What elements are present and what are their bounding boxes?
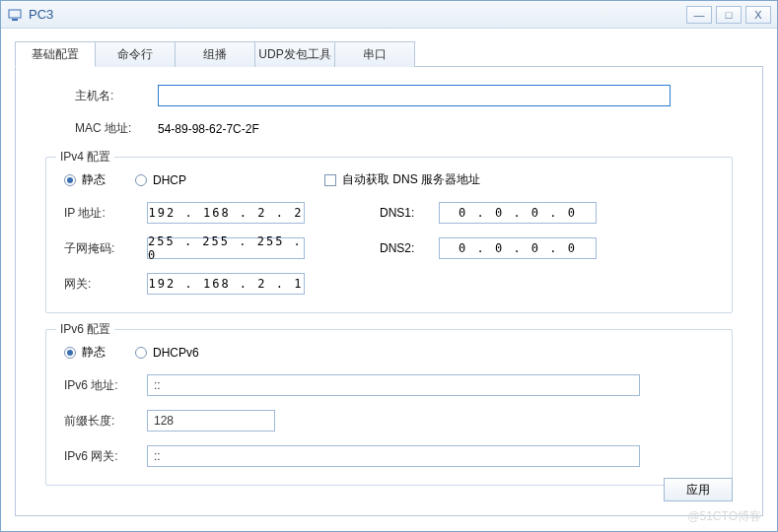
subnet-mask-input[interactable]: 255 . 255 . 255 . 0 xyxy=(147,237,305,259)
ipv4-dhcp-radio[interactable]: DHCP xyxy=(135,173,186,187)
gateway-label: 网关: xyxy=(64,276,147,293)
window-buttons: — □ X xyxy=(686,6,771,24)
ipv6-gateway-label: IPv6 网关: xyxy=(64,448,147,465)
tab-udp-tool[interactable]: UDP发包工具 xyxy=(254,41,335,67)
dns1-label: DNS1: xyxy=(380,206,439,220)
ipv4-group: IPv4 配置 静态 DHCP 自动获取 DNS 服务器地址 xyxy=(45,157,733,313)
tab-basic-config[interactable]: 基础配置 xyxy=(15,41,96,67)
mac-label: MAC 地址: xyxy=(75,120,158,137)
radio-dot-icon xyxy=(135,347,147,359)
hostname-input[interactable] xyxy=(158,85,671,106)
ipv6-static-radio[interactable]: 静态 xyxy=(64,344,106,361)
tab-cli[interactable]: 命令行 xyxy=(95,41,176,67)
ip-address-input[interactable]: 192 . 168 . 2 . 2 xyxy=(147,202,305,224)
mac-value: 54-89-98-62-7C-2F xyxy=(158,122,259,136)
app-icon xyxy=(7,7,23,23)
svg-rect-1 xyxy=(12,19,18,21)
svg-rect-0 xyxy=(9,10,21,18)
dns2-input[interactable]: 0 . 0 . 0 . 0 xyxy=(439,237,597,259)
ipv6-prefix-input[interactable] xyxy=(147,410,275,432)
ipv4-static-label: 静态 xyxy=(82,171,106,188)
ipv6-dhcp-label: DHCPv6 xyxy=(153,346,199,360)
ipv6-static-label: 静态 xyxy=(82,344,106,361)
ipv6-address-input[interactable] xyxy=(147,374,640,396)
client-area: 基础配置 命令行 组播 UDP发包工具 串口 主机名: MAC 地址: 54-8… xyxy=(1,29,777,528)
ipv6-prefix-label: 前缀长度: xyxy=(64,413,147,430)
tab-multicast[interactable]: 组播 xyxy=(175,41,255,67)
gateway-input[interactable]: 192 . 168 . 2 . 1 xyxy=(147,273,305,295)
auto-dns-label: 自动获取 DNS 服务器地址 xyxy=(342,171,480,188)
dns1-input[interactable]: 0 . 0 . 0 . 0 xyxy=(439,202,597,224)
ipv4-dhcp-label: DHCP xyxy=(153,173,186,187)
subnet-mask-label: 子网掩码: xyxy=(64,240,147,257)
panel-basic-config: 主机名: MAC 地址: 54-89-98-62-7C-2F IPv4 配置 静… xyxy=(15,67,763,516)
ipv6-address-label: IPv6 地址: xyxy=(64,377,147,394)
close-button[interactable]: X xyxy=(745,6,771,24)
auto-dns-checkbox[interactable]: 自动获取 DNS 服务器地址 xyxy=(324,171,480,188)
app-window: PC3 — □ X 基础配置 命令行 组播 UDP发包工具 串口 主机名: MA… xyxy=(0,0,778,532)
radio-dot-icon xyxy=(64,174,76,186)
hostname-label: 主机名: xyxy=(75,88,158,104)
minimize-button[interactable]: — xyxy=(686,6,712,24)
ip-address-label: IP 地址: xyxy=(64,205,147,222)
checkbox-icon xyxy=(324,174,336,186)
ipv4-static-radio[interactable]: 静态 xyxy=(64,171,106,188)
radio-dot-icon xyxy=(64,347,76,359)
ipv4-group-title: IPv4 配置 xyxy=(56,149,114,166)
ipv6-gateway-input[interactable] xyxy=(147,445,640,467)
ipv6-group-title: IPv6 配置 xyxy=(56,321,114,338)
maximize-button[interactable]: □ xyxy=(716,6,742,24)
tab-serial[interactable]: 串口 xyxy=(334,41,415,67)
radio-dot-icon xyxy=(135,174,147,186)
tab-strip: 基础配置 命令行 组播 UDP发包工具 串口 xyxy=(15,40,763,67)
ipv6-dhcp-radio[interactable]: DHCPv6 xyxy=(135,346,199,360)
window-title: PC3 xyxy=(29,7,686,22)
dns2-label: DNS2: xyxy=(380,241,439,255)
title-bar: PC3 — □ X xyxy=(1,1,777,29)
ipv6-group: IPv6 配置 静态 DHCPv6 IPv6 地址: 前缀 xyxy=(45,329,733,486)
apply-button[interactable]: 应用 xyxy=(664,478,733,501)
